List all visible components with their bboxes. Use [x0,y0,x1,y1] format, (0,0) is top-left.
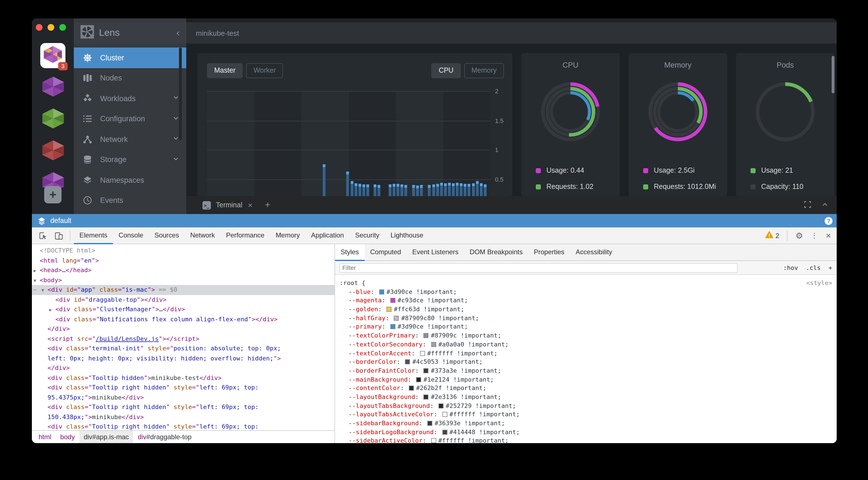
close-window-button[interactable] [36,24,42,31]
help-icon[interactable]: ? [825,216,833,225]
elements-tree-line[interactable]: ▶<div class="ClusterManager">…</div> [32,305,335,314]
cluster-tab-title[interactable]: minikube-test [196,29,239,37]
collapse-arrow-icon[interactable]: ▼ [34,276,36,285]
css-property[interactable]: --golden: #ffc63d !important; [339,305,832,314]
color-swatch[interactable] [442,430,447,435]
devtools-tab-lighthouse[interactable]: Lighthouse [385,227,429,244]
elements-tree-line[interactable]: <div class="Tooltip right hidden" style=… [32,402,335,412]
settings-gear-icon[interactable]: ⚙ [795,231,803,241]
elements-tree-line[interactable]: ▼<body> [32,275,335,285]
node-filter-button-master[interactable]: Master [207,63,243,78]
pseudo-toggle[interactable]: + [829,264,832,271]
elements-tree-line[interactable]: </div> [32,363,335,373]
color-swatch[interactable] [405,359,410,364]
elements-tree-line[interactable]: </div> [32,324,335,334]
css-property[interactable]: --layoutTabsBackground: #252729 !importa… [339,402,832,410]
fullscreen-icon[interactable] [804,200,811,210]
elements-tree-line[interactable]: <div class="Tooltip right hidden" style=… [32,422,335,430]
sidebar-item-storage[interactable]: Storage [74,149,186,170]
chevron-up-icon[interactable] [821,200,829,210]
devtools-tab-performance[interactable]: Performance [220,227,270,244]
active-cluster-tile[interactable]: 3 [40,43,65,68]
color-swatch[interactable] [420,351,425,356]
sidebar-item-workloads[interactable]: Workloads [74,88,186,109]
breadcrumb-item[interactable]: div#draggable-top [133,431,196,443]
cluster-icon[interactable] [40,75,65,100]
collapse-sidebar-icon[interactable]: ‹ [177,27,180,39]
pseudo-toggle[interactable]: :hov [783,264,798,271]
expand-arrow-icon[interactable]: ▶ [34,266,36,276]
add-terminal-icon[interactable]: + [265,200,271,211]
color-swatch[interactable] [379,289,384,294]
breadcrumb-item[interactable]: div#app.is-mac [79,431,133,443]
css-property[interactable]: --sidebarBackground: #36393e !important; [339,419,832,428]
sidebar-item-namespaces[interactable]: Namespaces [74,170,186,190]
add-cluster-button[interactable]: + [44,186,62,203]
css-property[interactable]: --textColorSecondary: #a0a0a0 !important… [339,340,832,349]
styles-filter-input[interactable] [339,263,738,272]
color-swatch[interactable] [424,368,429,373]
css-property[interactable]: --blue: #3d90ce !important; [339,287,832,296]
css-property[interactable]: --textColorAccent: #ffffff !important; [339,349,832,357]
elements-tree-line[interactable]: <div class="terminal-init" style="positi… [32,344,335,353]
close-devtools-icon[interactable]: × [826,231,831,241]
css-property[interactable]: --layoutBackground: #2e3136 !important; [339,393,832,402]
color-swatch[interactable] [391,324,395,330]
metric-toggle-button-cpu[interactable]: CPU [432,63,461,78]
color-swatch[interactable] [424,395,429,400]
color-swatch[interactable] [386,307,392,312]
pseudo-toggle[interactable]: .cls [806,264,821,271]
styles-tab-accessibility[interactable]: Accessibility [570,244,618,261]
styles-tab-event-listeners[interactable]: Event Listeners [407,244,464,261]
css-selector[interactable]: :root { [339,279,366,287]
css-property[interactable]: --mainBackground: #1e2124 !important; [339,375,832,384]
css-property[interactable]: --sidebarLogoBackground: #414448 !import… [339,428,832,437]
sidebar-item-nodes[interactable]: Nodes [74,68,186,88]
collapse-arrow-icon[interactable]: ▼ [41,285,44,295]
css-property[interactable]: --contentColor: #262b2f !important; [339,384,832,393]
elements-tree-line[interactable]: <div id="draggable-top"></div> [32,295,335,305]
devtools-tab-console[interactable]: Console [113,227,149,244]
cluster-icon[interactable] [40,139,65,164]
metric-toggle-button-memory[interactable]: Memory [464,63,504,78]
color-swatch[interactable] [409,386,414,391]
elements-tree-line[interactable]: ▶<head>…</head> [32,266,335,275]
styles-tab-dom-breakpoints[interactable]: DOM Breakpoints [464,244,528,261]
color-swatch[interactable] [424,333,429,338]
breadcrumb-item[interactable]: body [56,431,79,443]
styles-tab-properties[interactable]: Properties [528,244,570,261]
elements-tree-line[interactable]: <div class="Notifications flex column al… [32,314,335,324]
color-swatch[interactable] [391,298,395,303]
close-terminal-icon[interactable]: × [248,201,252,210]
main-scrollbar[interactable] [832,56,834,93]
kebab-menu-icon[interactable]: ⋮ [811,231,818,240]
elements-tree-line[interactable]: <div class="Tooltip right hidden" style=… [32,383,335,392]
color-swatch[interactable] [438,403,443,408]
cluster-icon[interactable] [40,107,65,132]
css-property[interactable]: --halfGray: #87909c80 !important; [339,314,832,323]
elements-tree-line[interactable]: <html lang="en"> [32,255,335,266]
terminal-tab[interactable]: Terminal [216,201,243,209]
sidebar-item-cluster[interactable]: Cluster [74,47,186,68]
css-property[interactable]: --borderFaintColor: #373a3e !important; [339,367,832,375]
device-toolbar-icon[interactable] [54,231,63,240]
devtools-tab-application[interactable]: Application [305,227,349,244]
elements-tree-line[interactable]: 150.438px;">minikube</div> [32,412,335,422]
devtools-tab-sources[interactable]: Sources [149,227,185,244]
color-swatch[interactable] [427,421,432,426]
elements-tree-line[interactable]: <script src="/build/LensDev.js"></script… [32,334,335,344]
css-property[interactable]: --textColorPrimary: #87909c !important; [339,331,832,340]
color-swatch[interactable] [431,342,436,347]
sidebar-scrollbar[interactable] [179,47,182,140]
color-swatch[interactable] [442,412,447,417]
css-property[interactable]: --layoutTabsActiveColor: #ffffff !import… [339,410,832,419]
elements-tree-line[interactable]: 95.4375px;">minikube</div> [32,392,335,402]
css-property[interactable]: --sidebarActiveColor: #ffffff !important… [339,437,832,443]
color-swatch[interactable] [416,377,421,382]
color-swatch[interactable] [431,438,436,443]
sidebar-item-network[interactable]: Network [74,129,186,149]
devtools-tab-memory[interactable]: Memory [270,227,306,244]
styles-tab-styles[interactable]: Styles [335,244,364,261]
minimize-window-button[interactable] [48,24,54,31]
sidebar-item-configuration[interactable]: Configuration [74,109,186,129]
